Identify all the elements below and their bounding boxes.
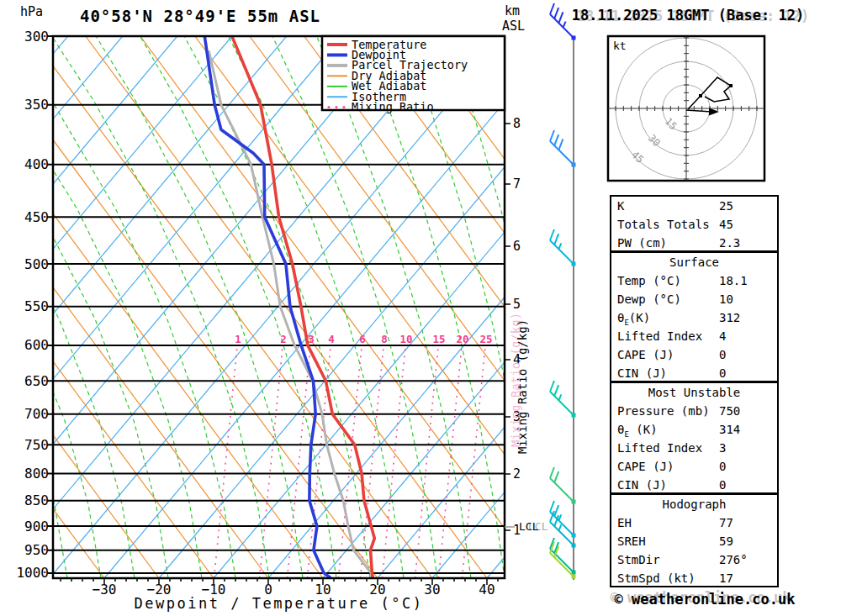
stats-row: Lifted Index 3 [611, 439, 777, 457]
stats-row: SREH 59 [611, 532, 777, 550]
svg-text:15: 15 [432, 333, 445, 345]
stats-value: 10 [719, 290, 733, 308]
svg-text:30: 30 [424, 582, 440, 598]
mixing-ratio-labels: 12346810152025 [235, 333, 492, 345]
svg-text:300: 300 [24, 29, 49, 45]
svg-text:Dewpoint / Temperature (°C): Dewpoint / Temperature (°C) [135, 595, 424, 612]
copyright-watermark: © weatheronline.co.uk [589, 591, 821, 608]
svg-text:LCL: LCL [519, 520, 539, 533]
svg-text:650: 650 [24, 373, 49, 389]
svg-text:3: 3 [308, 333, 315, 345]
svg-text:4: 4 [328, 333, 335, 345]
stats-label: PW (cm) [617, 234, 667, 252]
stats-section: Hodograph EH 77 SREH 59 StmDir 276° StmS… [610, 493, 779, 587]
stats-row: CAPE (J) 0 [611, 457, 777, 476]
svg-text:2: 2 [513, 466, 521, 482]
stats-value: 2.3 [719, 234, 740, 252]
svg-text:400: 400 [24, 156, 49, 172]
svg-text:6: 6 [513, 239, 521, 254]
stats-label: StmSpd (kt) [617, 569, 696, 587]
stats-row: EH 77 [611, 513, 777, 532]
isotherm-line [0, 36, 13, 578]
svg-text:350: 350 [24, 97, 49, 113]
svg-text:8: 8 [381, 333, 388, 345]
stats-row: θE (K) 314 [611, 420, 777, 439]
stats-value: 4 [719, 327, 726, 345]
stats-row: θE(K) 312 [611, 308, 777, 327]
pressure-axis-labels: 3003504004505005506006507007508008509009… [16, 29, 49, 582]
stats-value: 3 [719, 439, 726, 457]
svg-text:40: 40 [479, 582, 495, 598]
stats-label: SREH [617, 532, 646, 550]
stats-row: CIN (J) 0 [611, 364, 777, 382]
stats-value: 59 [719, 532, 733, 550]
stats-row: Dewp (°C) 10 [611, 290, 777, 308]
stats-row: StmDir 276° [611, 550, 777, 569]
stats-label: CIN (J) [617, 476, 667, 494]
stats-label: Lifted Index [617, 327, 702, 345]
stats-value: 0 [719, 457, 726, 476]
sounding-page: hPa 40°58'N 28°49'E 55m ASL km ASL 18.11… [0, 0, 841, 616]
stats-label: Dewp (°C) [617, 290, 681, 308]
stats-value: 276° [719, 550, 748, 569]
svg-text:600: 600 [24, 337, 49, 353]
svg-text:−30: −30 [93, 582, 117, 598]
svg-text:20: 20 [456, 333, 468, 345]
svg-text:550: 550 [24, 298, 49, 314]
stats-label: Lifted Index [617, 439, 702, 457]
stats-value: 312 [719, 308, 740, 327]
stats-section-title: Hodograph [611, 495, 777, 513]
stats-value: 17 [719, 569, 733, 587]
stats-value: 25 [719, 197, 733, 215]
stats-value: 0 [719, 476, 726, 494]
hodograph: 153045kt [608, 36, 764, 181]
svg-text:25: 25 [479, 333, 492, 345]
stats-label: Totals Totals [617, 215, 710, 234]
legend: TemperatureDewpointParcel TrajectoryDry … [322, 36, 505, 113]
stats-label: Pressure (mb) [617, 402, 710, 420]
stats-value: 750 [719, 402, 740, 420]
svg-text:900: 900 [24, 519, 49, 534]
stats-section: K 25 Totals Totals 45 PW (cm) 2.3 [610, 195, 779, 252]
stats-row: K 25 [611, 197, 777, 215]
stats-row: Totals Totals 45 [611, 215, 777, 234]
stats-label: EH [617, 513, 632, 532]
svg-text:950: 950 [24, 542, 49, 558]
hodograph-unit: kt [613, 39, 627, 52]
stats-section: Most Unstable Pressure (mb) 750 θE (K) 3… [610, 382, 779, 494]
stats-label: CAPE (J) [617, 345, 674, 364]
svg-text:2: 2 [280, 333, 287, 345]
stats-row: Temp (°C) 18.1 [611, 271, 777, 290]
svg-text:850: 850 [24, 492, 49, 508]
stats-row: CIN (J) 0 [611, 476, 777, 494]
svg-text:7: 7 [513, 176, 521, 192]
svg-text:6: 6 [359, 333, 366, 345]
svg-text:Mixing Ratio: Mixing Ratio [352, 100, 434, 113]
stats-value: 45 [719, 215, 733, 234]
svg-text:700: 700 [24, 406, 49, 422]
svg-text:5: 5 [513, 297, 521, 312]
stats-row: StmSpd (kt) 17 [611, 569, 777, 587]
wind-barb-staff [550, 3, 576, 580]
svg-text:1: 1 [235, 333, 241, 345]
stats-row: PW (cm) 2.3 [611, 234, 777, 252]
stats-value: 77 [719, 513, 733, 532]
stats-label: K [617, 197, 624, 215]
svg-text:500: 500 [24, 256, 49, 272]
svg-text:750: 750 [24, 437, 49, 453]
stats-label: CIN (J) [617, 364, 667, 382]
stats-value: 18.1 [719, 271, 748, 290]
stats-row: Pressure (mb) 750 [611, 402, 777, 420]
svg-text:1000: 1000 [16, 565, 49, 581]
stats-section-title: Most Unstable [611, 383, 777, 402]
stats-value: 0 [719, 345, 726, 364]
svg-text:450: 450 [24, 209, 49, 225]
stats-row: Lifted Index 4 [611, 327, 777, 345]
stats-value: 314 [719, 420, 740, 439]
stats-row: CAPE (J) 0 [611, 345, 777, 364]
svg-text:8: 8 [513, 116, 521, 131]
stats-section: Surface Temp (°C) 18.1 Dewp (°C) 10 θE(K… [610, 251, 779, 382]
wet-adiabat-line [493, 36, 606, 578]
parcel-curve [209, 50, 373, 577]
svg-text:10: 10 [399, 333, 412, 345]
